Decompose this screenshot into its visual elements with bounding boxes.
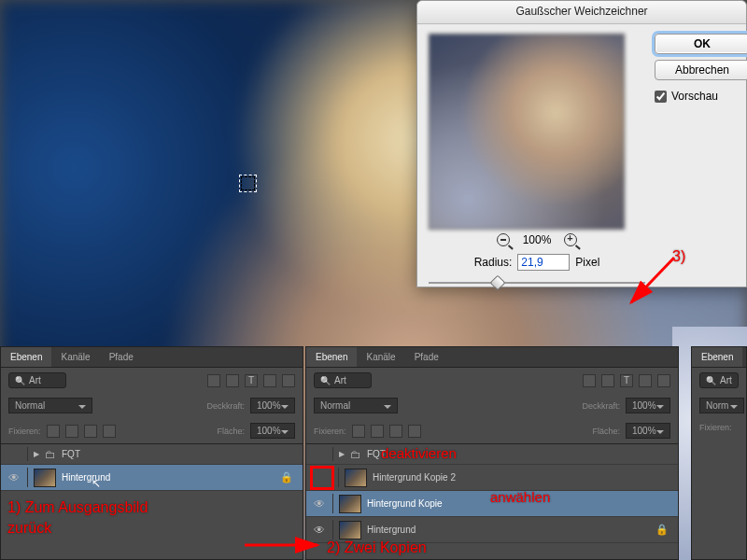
filter-shape-icon[interactable] <box>263 374 276 387</box>
lock-pixels-icon[interactable] <box>371 425 384 438</box>
filter-pixel-icon[interactable] <box>207 374 220 387</box>
canvas-marquee <box>241 176 255 190</box>
layer-group-fqt[interactable]: ▶ 🗀 FQT <box>306 444 678 465</box>
tab-layers[interactable]: Ebenen <box>306 347 357 367</box>
folder-icon: 🗀 <box>45 448 56 461</box>
layer-filter-kind[interactable]: Art <box>314 372 372 388</box>
cursor-icon: ↖ <box>92 477 101 490</box>
zoom-percent: 100% <box>523 233 552 246</box>
layer-group-fqt[interactable]: ▶ 🗀 FQT <box>1 444 303 465</box>
tab-layers[interactable]: Ebenen <box>692 347 742 367</box>
disclosure-icon[interactable]: ▶ <box>34 450 39 458</box>
annotation-3: 3) <box>672 248 685 265</box>
radius-unit: Pixel <box>575 256 599 269</box>
layer-filter-kind[interactable]: Art <box>699 372 739 388</box>
slider-thumb-icon[interactable] <box>490 275 506 291</box>
layer-thumb <box>34 469 56 487</box>
layer-name: Hintergrund Kopie <box>367 498 443 509</box>
fill-input[interactable]: 100% <box>626 423 670 439</box>
opacity-input[interactable]: 100% <box>250 398 295 413</box>
folder-icon: 🗀 <box>350 448 361 461</box>
filter-smart-icon[interactable] <box>282 374 295 387</box>
layer-copy-2[interactable]: Hintergrund Kopie 2 <box>306 465 678 491</box>
layer-name: Hintergrund <box>367 525 416 535</box>
lock-all-icon[interactable] <box>408 425 421 438</box>
blend-mode-dropdown[interactable]: Normal <box>8 398 92 413</box>
tab-layers[interactable]: Ebenen <box>1 347 51 367</box>
layers-panel-right: Ebenen Art Norm Fixieren: <box>691 346 747 560</box>
annotation-deactivate: deaktivieren <box>381 445 457 461</box>
tab-channels[interactable]: Kanäle <box>51 347 99 367</box>
gaussian-blur-dialog: Gaußscher Weichzeichner 100% Radius: Pix… <box>416 0 747 287</box>
filter-adjust-icon[interactable] <box>226 374 239 387</box>
layer-name: Hintergrund <box>62 472 110 483</box>
opacity-input[interactable]: 100% <box>626 398 670 413</box>
visibility-off-icon[interactable] <box>312 468 332 488</box>
dialog-title: Gaußscher Weichzeichner <box>417 1 746 24</box>
radius-slider[interactable] <box>429 276 645 289</box>
filter-adjust-icon[interactable] <box>601 374 614 387</box>
layer-name: FQT <box>62 449 80 459</box>
lock-position-icon[interactable] <box>389 425 402 438</box>
lock-icon: 🔒 <box>280 471 293 483</box>
ok-button[interactable]: OK <box>655 34 747 54</box>
blend-mode-dropdown[interactable]: Normal <box>314 398 398 413</box>
cancel-button[interactable]: Abbrechen <box>655 60 747 80</box>
preview-check-input[interactable] <box>655 91 667 103</box>
tab-paths[interactable]: Pfade <box>100 347 143 367</box>
fill-input[interactable]: 100% <box>250 423 295 439</box>
tab-channels[interactable]: Kanäle <box>357 347 404 367</box>
zoom-in-icon[interactable] <box>564 233 577 246</box>
lock-transparent-icon[interactable] <box>47 425 60 438</box>
filter-smart-icon[interactable] <box>657 374 670 387</box>
layer-name: Hintergrund Kopie 2 <box>373 472 456 483</box>
lock-position-icon[interactable] <box>84 425 97 438</box>
filter-type-icon[interactable]: T <box>620 374 633 387</box>
lock-all-icon[interactable] <box>103 425 116 438</box>
layer-thumb <box>345 469 367 487</box>
visibility-icon[interactable]: 👁 <box>312 497 327 511</box>
filter-shape-icon[interactable] <box>639 374 652 387</box>
filter-type-icon[interactable]: T <box>245 374 258 387</box>
lock-icon: 🔒 <box>655 524 669 536</box>
layer-filter-kind[interactable]: Art <box>8 372 66 388</box>
visibility-icon[interactable]: 👁 <box>7 471 21 484</box>
tab-paths[interactable]: Pfade <box>405 347 448 367</box>
annotation-select: anwählen <box>490 489 550 505</box>
preview-checkbox[interactable]: Vorschau <box>655 90 747 103</box>
filter-preview[interactable] <box>429 34 625 230</box>
radius-input[interactable] <box>517 254 570 271</box>
lock-transparent-icon[interactable] <box>352 425 365 438</box>
zoom-out-icon[interactable] <box>497 233 510 246</box>
annotation-2: 2) Zwei Kopien <box>327 539 427 556</box>
lock-pixels-icon[interactable] <box>65 425 78 438</box>
layer-thumb <box>339 495 361 513</box>
radius-label: Radius: <box>474 256 513 269</box>
filter-pixel-icon[interactable] <box>583 374 596 387</box>
layers-panel-middle: Ebenen Kanäle Pfade Art T Normal Deckkra… <box>305 346 679 560</box>
layer-thumb <box>339 521 361 539</box>
blend-mode-dropdown[interactable]: Norm <box>699 398 744 413</box>
layer-background[interactable]: 👁 Hintergrund ↖ 🔒 <box>1 465 303 491</box>
annotation-1: 1) Zum Ausgangsbildzurück <box>7 497 148 539</box>
visibility-icon[interactable]: 👁 <box>312 524 327 537</box>
disclosure-icon[interactable]: ▶ <box>339 450 345 458</box>
